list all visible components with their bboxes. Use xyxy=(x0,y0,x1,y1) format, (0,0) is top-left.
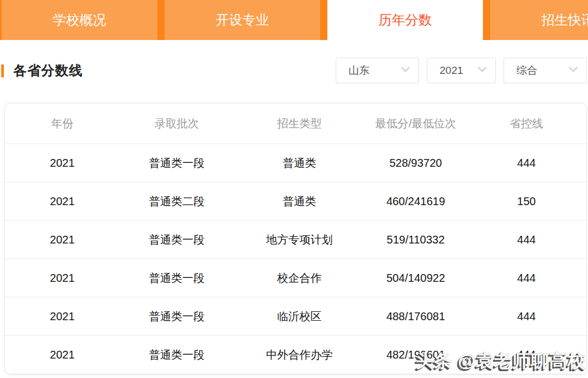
col-header-batch: 录取批次 xyxy=(119,116,234,131)
cell-batch: 普通类一段 xyxy=(119,232,234,247)
cell-control-line: 444 xyxy=(466,157,586,170)
year-select[interactable]: 2021 xyxy=(427,58,496,83)
filter-group: 山东 2021 综合 xyxy=(336,58,587,83)
cell-year: 2021 xyxy=(5,157,119,170)
cell-year: 2021 xyxy=(5,195,119,208)
cell-type: 校企合作 xyxy=(234,271,365,286)
chevron-down-icon xyxy=(478,63,487,72)
cell-score-rank: 460/241619 xyxy=(365,195,466,208)
cell-type: 临沂校区 xyxy=(234,309,365,324)
table-row: 2021 普通类二段 普通类 460/241619 150 xyxy=(5,182,586,221)
col-header-score-rank: 最低分/最低位次 xyxy=(365,116,466,131)
cell-score-rank: 528/93720 xyxy=(365,157,466,170)
col-header-type: 招生类型 xyxy=(234,116,365,131)
year-select-value: 2021 xyxy=(440,64,463,77)
section-title-wrap: 各省分数线 xyxy=(1,62,83,79)
cell-score-rank: 504/140922 xyxy=(365,272,466,285)
table-header-row: 年份 录取批次 招生类型 最低分/最低位次 省控线 xyxy=(5,103,586,144)
cell-control-line: 444 xyxy=(466,233,586,246)
section-header-row: 各省分数线 山东 2021 综合 xyxy=(0,56,588,86)
province-select-value: 山东 xyxy=(348,63,370,78)
cell-type: 普通类 xyxy=(234,156,365,171)
cell-type: 地方专项计划 xyxy=(234,232,365,247)
cell-score-rank: 519/110332 xyxy=(365,233,466,246)
tab-historical-scores[interactable]: 历年分数 xyxy=(327,0,483,40)
page: 学校概况 开设专业 历年分数 招生快讯 各省分数线 山东 2021 综合 xyxy=(0,0,588,378)
cell-type: 普通类 xyxy=(234,194,365,209)
tab-bar: 学校概况 开设专业 历年分数 招生快讯 xyxy=(0,0,588,40)
cell-batch: 普通类一段 xyxy=(119,271,234,286)
cell-control-line: 444 xyxy=(466,310,586,323)
tab-school-overview[interactable]: 学校概况 xyxy=(2,0,157,40)
cell-batch: 普通类一段 xyxy=(119,309,234,324)
cell-batch: 普通类二段 xyxy=(119,194,234,209)
cell-year: 2021 xyxy=(5,233,119,246)
page-title: 各省分数线 xyxy=(13,62,83,79)
cell-control-line: 444 xyxy=(466,272,586,285)
category-select[interactable]: 综合 xyxy=(504,58,587,83)
cell-batch: 普通类一段 xyxy=(119,347,234,362)
table-row: 2021 普通类一段 临沂校区 488/176081 444 xyxy=(5,297,586,336)
table-row: 2021 普通类一段 普通类 528/93720 444 xyxy=(5,144,586,182)
cell-type: 中外合作办学 xyxy=(234,347,365,362)
tab-majors-offered[interactable]: 开设专业 xyxy=(165,0,320,40)
cell-control-line: 150 xyxy=(466,195,586,208)
chevron-down-icon xyxy=(569,63,578,72)
chevron-down-icon xyxy=(401,63,410,72)
table-row: 2021 普通类一段 地方专项计划 519/110332 444 xyxy=(5,221,586,259)
tab-admissions-news[interactable]: 招生快讯 xyxy=(490,0,588,40)
cell-year: 2021 xyxy=(5,349,119,361)
watermark: 头条 @袁老师聊高校 xyxy=(416,349,586,374)
scores-table-card: 年份 录取批次 招生类型 最低分/最低位次 省控线 2021 普通类一段 普通类… xyxy=(4,103,587,375)
cell-year: 2021 xyxy=(5,310,119,323)
cell-year: 2021 xyxy=(5,272,119,285)
table-row: 2021 普通类一段 校企合作 504/140922 444 xyxy=(5,259,586,297)
col-header-control-line: 省控线 xyxy=(466,116,586,131)
cell-batch: 普通类一段 xyxy=(119,156,234,171)
title-accent-bar xyxy=(1,64,4,77)
cell-score-rank: 488/176081 xyxy=(365,310,466,323)
province-select[interactable]: 山东 xyxy=(336,58,419,83)
category-select-value: 综合 xyxy=(516,63,537,78)
col-header-year: 年份 xyxy=(5,116,119,131)
